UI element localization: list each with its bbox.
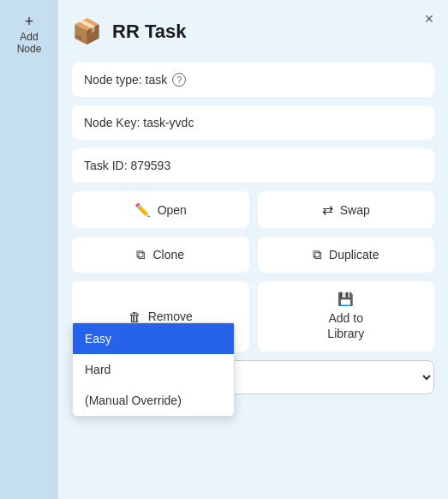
swap-icon: ⇄ bbox=[322, 201, 333, 218]
help-icon[interactable]: ? bbox=[172, 73, 186, 87]
node-key-text: Node Key: task-yvdc bbox=[84, 116, 194, 129]
open-label: Open bbox=[158, 203, 187, 217]
actions-row-1: ✏️ Open ⇄ Swap bbox=[72, 191, 434, 228]
panel-header: 📦 RR Task bbox=[72, 17, 434, 45]
pencil-icon: ✏️ bbox=[134, 202, 151, 218]
plus-icon: + bbox=[25, 14, 34, 29]
main-panel: × 📦 RR Task Node type: task ? Node Key: … bbox=[58, 0, 448, 499]
close-button[interactable]: × bbox=[419, 9, 439, 29]
clone-button[interactable]: ⧉ Clone bbox=[72, 237, 249, 273]
bottom-row: 🗑 Remove 💾 Add toLibrary Easy Hard (Manu… bbox=[72, 281, 434, 352]
cube-icon: 📦 bbox=[72, 17, 102, 45]
node-type-card: Node type: task ? bbox=[72, 63, 434, 97]
duplicate-icon: ⧉ bbox=[313, 247, 322, 262]
dropdown-item-manual-override[interactable]: (Manual Override) bbox=[73, 385, 234, 416]
swap-button[interactable]: ⇄ Swap bbox=[258, 191, 435, 228]
add-node-button[interactable]: + Add Node bbox=[17, 14, 42, 55]
panel-title: RR Task bbox=[112, 21, 186, 43]
add-node-label: Add Node bbox=[17, 31, 42, 55]
swap-label: Swap bbox=[340, 203, 370, 217]
duplicate-button[interactable]: ⧉ Duplicate bbox=[258, 237, 435, 273]
clone-icon: ⧉ bbox=[136, 247, 146, 262]
clone-label: Clone bbox=[152, 248, 184, 262]
node-key-card: Node Key: task-yvdc bbox=[72, 105, 434, 140]
actions-row-2: ⧉ Clone ⧉ Duplicate bbox=[72, 237, 434, 273]
dropdown-item-hard[interactable]: Hard bbox=[73, 354, 234, 385]
remove-label: Remove bbox=[148, 310, 193, 323]
save-icon: 💾 bbox=[337, 292, 354, 307]
task-id-card: Task ID: 879593 bbox=[72, 148, 434, 183]
node-type-text: Node type: task bbox=[84, 73, 167, 87]
add-to-library-label: Add toLibrary bbox=[327, 310, 364, 341]
panel-content: 📦 RR Task Node type: task ? Node Key: ta… bbox=[58, 0, 448, 499]
duplicate-label: Duplicate bbox=[329, 248, 379, 262]
dropdown-item-easy[interactable]: Easy bbox=[73, 323, 234, 354]
open-button[interactable]: ✏️ Open bbox=[72, 191, 249, 228]
sidebar: + Add Node bbox=[0, 0, 58, 499]
add-to-library-button[interactable]: 💾 Add toLibrary bbox=[258, 281, 435, 352]
task-id-text: Task ID: 879593 bbox=[84, 159, 170, 172]
difficulty-dropdown: Easy Hard (Manual Override) bbox=[72, 322, 235, 417]
